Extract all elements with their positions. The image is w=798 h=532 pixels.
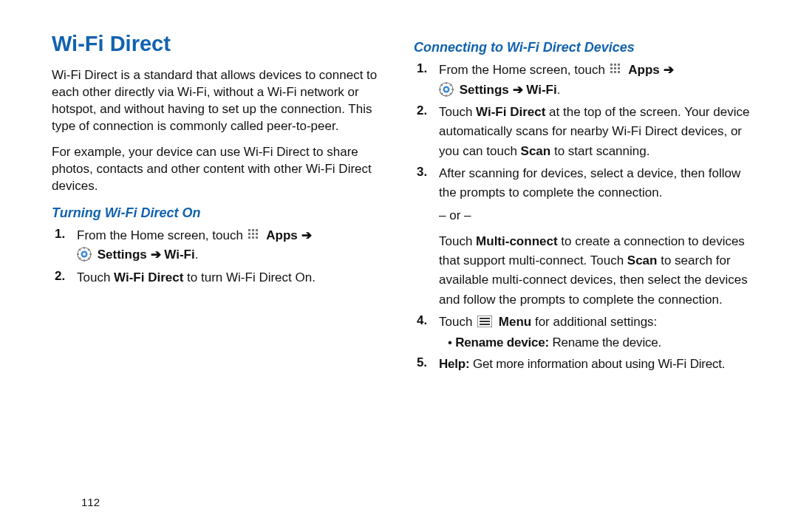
svg-rect-21 (614, 64, 616, 66)
step-3: 3. After scanning for devices, select a … (439, 164, 754, 310)
step-5: 5. Help: Get more information about usin… (439, 355, 754, 374)
step-text: Touch Menu for additional settings: (439, 315, 657, 329)
intro-paragraph-1: Wi-Fi Direct is a standard that allows d… (52, 67, 392, 135)
svg-rect-3 (248, 233, 250, 235)
svg-rect-20 (610, 64, 613, 66)
svg-rect-28 (618, 71, 620, 73)
svg-rect-25 (618, 67, 620, 69)
right-column: Connecting to Wi-Fi Direct Devices 1. Fr… (414, 30, 754, 510)
page-number: 112 (81, 495, 100, 510)
step-number: 2. (417, 103, 427, 120)
svg-point-31 (445, 88, 448, 91)
steps-connecting: 1. From the Home screen, touch Apps ➔ (414, 61, 754, 374)
step-2: 2. Touch Wi-Fi Direct at the top of the … (439, 103, 754, 161)
svg-rect-42 (480, 321, 490, 322)
svg-rect-26 (610, 71, 613, 73)
left-column: Wi-Fi Direct Wi-Fi Direct is a standard … (52, 30, 392, 510)
manual-page: Wi-Fi Direct Wi-Fi Direct is a standard … (0, 0, 798, 532)
step-number: 5. (417, 355, 427, 372)
page-title: Wi-Fi Direct (52, 30, 392, 58)
svg-rect-24 (614, 67, 616, 69)
svg-rect-22 (618, 64, 620, 66)
step-4: 4. Touch Menu for additional settings: (439, 313, 754, 352)
or-divider: – or – (439, 208, 754, 225)
svg-rect-4 (252, 233, 254, 235)
settings-gear-icon (439, 82, 454, 97)
svg-rect-41 (480, 318, 490, 319)
step-number: 2. (55, 268, 65, 285)
step-text: After scanning for devices, select a dev… (439, 166, 740, 200)
step-number: 1. (55, 226, 65, 243)
svg-rect-6 (248, 236, 250, 239)
step-text: From the Home screen, touch Apps ➔ (439, 63, 674, 96)
apps-grid-icon (610, 63, 623, 76)
steps-turning-on: 1. From the Home screen, touch Apps ➔ (52, 226, 392, 287)
settings-gear-icon (77, 247, 92, 262)
step-text: From the Home screen, touch Apps ➔ (77, 228, 312, 262)
step-text: Touch Wi-Fi Direct to turn Wi-Fi Direct … (77, 270, 316, 284)
subheading-turning-on: Turning Wi-Fi Direct On (52, 204, 392, 222)
svg-point-11 (83, 253, 86, 256)
step-number: 3. (417, 164, 427, 181)
sub-bullet-rename: Rename device: Rename the device. (448, 335, 754, 352)
step-text-alt: Touch Multi-connect to create a connecti… (439, 234, 748, 307)
apps-grid-icon (248, 228, 261, 242)
step-1: 1. From the Home screen, touch Apps ➔ (439, 61, 754, 100)
svg-rect-5 (256, 233, 258, 235)
step-text: Help: Get more information about using W… (439, 357, 725, 371)
menu-hamburger-icon (477, 316, 492, 327)
step-2: 2. Touch Wi-Fi Direct to turn Wi-Fi Dire… (77, 268, 392, 287)
svg-rect-7 (252, 236, 254, 239)
svg-rect-2 (256, 229, 258, 231)
svg-rect-0 (248, 229, 250, 231)
svg-rect-23 (610, 67, 613, 69)
svg-rect-43 (480, 324, 490, 325)
svg-rect-1 (252, 229, 254, 231)
subheading-connecting: Connecting to Wi-Fi Direct Devices (414, 38, 754, 56)
svg-rect-8 (256, 236, 258, 239)
svg-rect-27 (614, 71, 616, 73)
step-number: 4. (417, 313, 427, 330)
intro-paragraph-2: For example, your device can use Wi-Fi D… (52, 144, 392, 195)
step-text: Touch Wi-Fi Direct at the top of the scr… (439, 105, 749, 158)
step-1: 1. From the Home screen, touch Apps ➔ (77, 226, 392, 265)
step-number: 1. (417, 61, 427, 78)
